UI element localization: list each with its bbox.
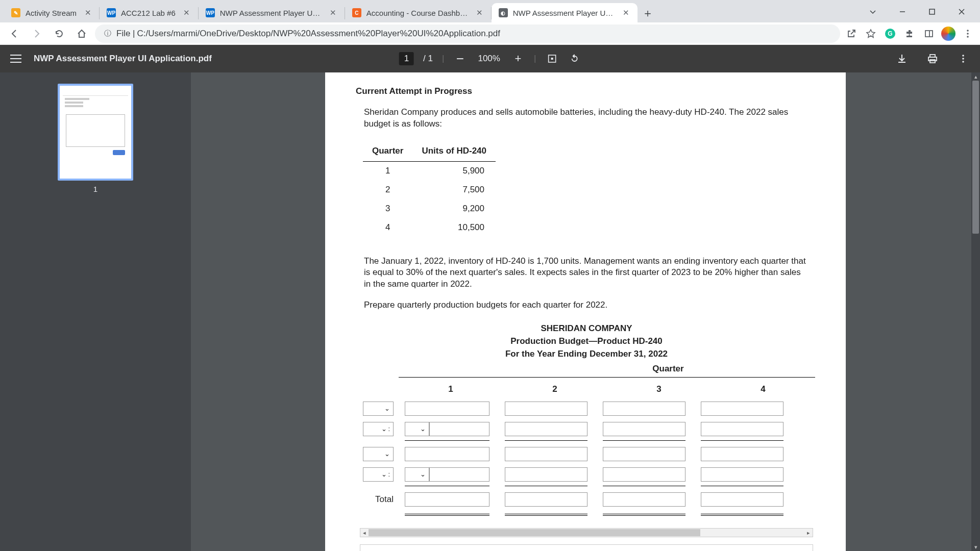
row4-q1-input[interactable]	[429, 467, 489, 482]
pdf-page-area[interactable]: Current Attempt in Progress Sheridan Com…	[191, 72, 980, 551]
extensions-icon[interactable]	[902, 27, 917, 41]
total-q3-input[interactable]	[603, 492, 685, 507]
share-icon[interactable]	[844, 27, 859, 41]
address-bar[interactable]: ⓘ File | C:/Users/marmi/OneDrive/Desktop…	[95, 24, 840, 43]
tab-close-icon[interactable]: ✕	[329, 9, 337, 17]
window-minimize-button[interactable]	[888, 3, 917, 20]
tab-close-icon[interactable]: ✕	[84, 9, 92, 17]
pdf-sidebar-toggle-icon[interactable]	[10, 54, 27, 63]
tab-label: NWP Assessment Player UI Appli	[513, 9, 615, 17]
row1-q1-input[interactable]	[405, 402, 489, 416]
row1-q2-input[interactable]	[505, 402, 587, 416]
svg-point-5	[967, 33, 969, 35]
hscroll-left-arrow-icon[interactable]: ◂	[360, 529, 369, 537]
horizontal-scrollbar[interactable]: ◂ ▸	[360, 528, 813, 537]
zoom-out-button[interactable]: −	[453, 52, 467, 65]
row2-q3-input[interactable]	[603, 422, 685, 436]
side-panel-icon[interactable]	[922, 27, 936, 41]
download-button[interactable]	[895, 52, 909, 65]
sales-row-1: 15,900	[363, 161, 496, 180]
row3-q3-input[interactable]	[603, 447, 685, 461]
browser-menu-icon[interactable]	[961, 27, 975, 41]
row4-q2-input[interactable]	[505, 467, 587, 482]
svg-rect-2	[925, 31, 933, 37]
row3-q1-input[interactable]	[405, 447, 489, 461]
budget-row-3: ⌄	[358, 447, 815, 461]
svg-point-6	[967, 36, 969, 38]
zoom-level[interactable]: 100%	[476, 52, 502, 65]
svg-rect-11	[551, 58, 553, 60]
pdf-toolbar: NWP Assessment Player UI Application.pdf…	[0, 45, 980, 72]
row2-q2-input[interactable]	[505, 422, 587, 436]
tab-close-icon[interactable]: ✕	[183, 9, 191, 17]
budget-period: For the Year Ending December 31, 2022	[358, 348, 815, 361]
browser-tab-1[interactable]: WPACC212 Lab #6✕	[100, 3, 198, 22]
row3-label-dropdown[interactable]: ⌄	[363, 447, 394, 461]
site-info-icon: ⓘ	[104, 29, 111, 38]
nav-back-button[interactable]	[5, 24, 23, 43]
browser-tab-3[interactable]: CAccounting - Course Dashboard✕	[345, 3, 491, 22]
row3-q4-input[interactable]	[701, 447, 783, 461]
profile-avatar[interactable]	[941, 27, 955, 41]
sales-row-2: 27,500	[363, 181, 496, 199]
bookmark-star-icon[interactable]	[864, 27, 878, 41]
row2-q4-input[interactable]	[701, 422, 783, 436]
budget-total-row: Total	[358, 492, 815, 507]
row4-q3-input[interactable]	[603, 467, 685, 482]
col-quarter-header: Quarter	[363, 141, 412, 161]
tab-close-icon[interactable]: ✕	[476, 9, 484, 17]
row4-q4-input[interactable]	[701, 467, 783, 482]
print-button[interactable]	[926, 52, 939, 65]
sales-units-cell: 10,500	[412, 218, 496, 237]
row2-label-dropdown[interactable]: ⌄:	[363, 422, 394, 436]
fit-page-button[interactable]	[545, 52, 558, 65]
row1-q3-input[interactable]	[603, 402, 685, 416]
grammarly-extension-icon[interactable]: G	[883, 27, 897, 41]
row1-label-dropdown[interactable]: ⌄	[363, 402, 394, 416]
tab-label: Accounting - Course Dashboard	[366, 9, 469, 17]
row2-q1-input[interactable]	[429, 422, 489, 436]
nav-reload-button[interactable]	[50, 24, 68, 43]
svg-point-15	[962, 55, 964, 57]
tab-close-icon[interactable]: ✕	[622, 9, 630, 17]
vscroll-down-arrow-icon[interactable]: ▾	[971, 543, 980, 551]
row4-q1-sign-dropdown[interactable]: ⌄	[405, 467, 429, 482]
browser-tabstrip: ✎Activity Stream✕WPACC212 Lab #6✕WPNWP A…	[0, 0, 980, 22]
total-q2-input[interactable]	[505, 492, 587, 507]
pdf-current-page-input[interactable]: 1	[399, 52, 414, 65]
etextbook-accordion[interactable]: eTextbook and Media	[360, 544, 813, 551]
browser-tab-4[interactable]: ◐NWP Assessment Player UI Appli✕	[492, 3, 638, 22]
rotate-button[interactable]	[568, 52, 581, 65]
new-tab-button[interactable]: ＋	[640, 5, 656, 21]
quarter-group-label: Quarter	[358, 363, 815, 375]
total-q4-input[interactable]	[701, 492, 783, 507]
total-q1-input[interactable]	[405, 492, 489, 507]
pdf-more-menu-icon[interactable]	[957, 52, 970, 65]
nav-home-button[interactable]	[72, 24, 91, 43]
row1-q4-input[interactable]	[701, 402, 783, 416]
pdf-page-total: / 1	[423, 54, 433, 64]
zoom-in-button[interactable]: +	[511, 52, 525, 65]
browser-tab-0[interactable]: ✎Activity Stream✕	[4, 3, 99, 22]
svg-rect-14	[930, 60, 935, 63]
browser-tab-2[interactable]: WPNWP Assessment Player UI Appli✕	[199, 3, 345, 22]
row2-q1-sign-dropdown[interactable]: ⌄	[405, 422, 429, 436]
hscroll-thumb[interactable]	[369, 529, 700, 536]
tabs-dropdown-button[interactable]	[859, 3, 887, 20]
row3-q2-input[interactable]	[505, 447, 587, 461]
sales-quarter-cell: 3	[363, 199, 412, 218]
pdf-filename: NWP Assessment Player UI Application.pdf	[34, 54, 212, 64]
hscroll-right-arrow-icon[interactable]: ▸	[804, 529, 813, 537]
nav-forward-button[interactable]	[28, 24, 46, 43]
window-close-button[interactable]	[947, 3, 976, 20]
sales-row-4: 410,500	[363, 218, 496, 237]
vertical-scrollbar[interactable]: ▴ ▾	[971, 72, 980, 551]
row4-label-dropdown[interactable]: ⌄:	[363, 467, 394, 482]
pdf-thumbnail-1[interactable]	[58, 84, 133, 181]
window-maximize-button[interactable]	[918, 3, 946, 20]
sales-row-3: 39,200	[363, 199, 496, 218]
url-prefix: File |	[116, 29, 135, 39]
vscroll-thumb[interactable]	[972, 81, 979, 234]
vscroll-up-arrow-icon[interactable]: ▴	[971, 72, 980, 81]
sales-units-cell: 5,900	[412, 161, 496, 180]
